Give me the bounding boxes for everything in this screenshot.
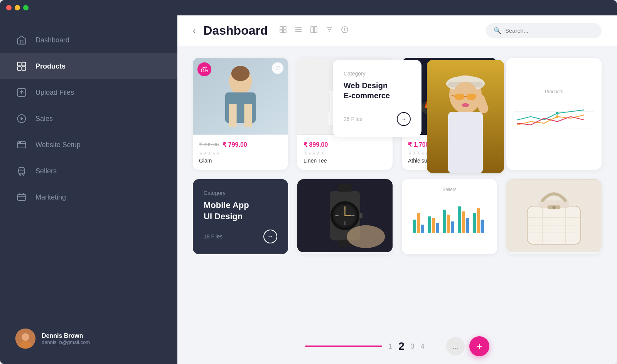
category-card-header: Category Web DesignE-commerce — [344, 70, 411, 101]
svg-point-69 — [347, 225, 385, 248]
arrow-button[interactable]: → — [263, 230, 277, 243]
svg-rect-80 — [462, 211, 465, 233]
filter-icon[interactable] — [325, 26, 333, 35]
svg-rect-25 — [314, 27, 317, 33]
price-old: ₹ 899.00 — [199, 142, 219, 148]
nav-items: Dashboard Products — [0, 23, 177, 321]
close-button[interactable] — [6, 5, 12, 10]
svg-rect-39 — [320, 92, 330, 112]
page-1[interactable]: 1 — [388, 342, 392, 351]
svg-rect-32 — [229, 104, 237, 127]
plus-icon: + — [476, 340, 482, 352]
category-label: Category — [344, 70, 411, 77]
svg-rect-19 — [280, 30, 283, 33]
sidebar-item-label: Website Setup — [35, 141, 81, 149]
products-icon — [15, 60, 28, 72]
sidebar-item-label: Dashboard — [35, 36, 69, 44]
svg-point-10 — [20, 142, 21, 143]
page-3[interactable]: 3 — [411, 342, 415, 351]
svg-rect-74 — [432, 218, 435, 233]
svg-point-108 — [462, 103, 469, 107]
sidebar-item-upload-files[interactable]: Upload Files — [0, 79, 177, 106]
sidebar: Dashboard Products — [0, 15, 177, 364]
pagination: 1 2 3 4 ... + — [177, 329, 617, 364]
sidebar-item-label: Marketing — [35, 193, 66, 201]
products-chart-card: Products — [506, 58, 602, 170]
sellers-chart — [410, 197, 489, 241]
arrow-button[interactable]: → — [397, 112, 411, 126]
search-icon: 🔍 — [494, 27, 501, 34]
search-input[interactable] — [505, 27, 594, 34]
svg-rect-24 — [311, 27, 314, 33]
product-card-glam[interactable]: OFF 11% ♡ ₹ 899.00 ₹ 799.00 ★★★★★ Glam — [193, 58, 288, 170]
sidebar-item-marketing[interactable]: Marketing — [0, 184, 177, 210]
svg-rect-20 — [283, 30, 286, 33]
upload-icon — [15, 86, 28, 99]
svg-point-12 — [23, 174, 24, 176]
row-2: Category Mobile AppUI Design 18 Files → — [193, 179, 602, 254]
avatar — [15, 329, 35, 349]
svg-rect-103 — [455, 94, 464, 100]
sellers-chart-card: Sellers — [402, 179, 497, 254]
sellers-chart-title: Sellers — [410, 187, 489, 192]
add-button[interactable]: + — [469, 336, 489, 356]
more-button[interactable]: ... — [446, 337, 465, 356]
category-card-header: Category Mobile AppUI Design — [204, 190, 277, 222]
product-name: Glam — [199, 158, 282, 164]
back-button[interactable]: ‹ — [193, 26, 196, 36]
user-section: Dennis Brown dennis_b@gmail.com — [0, 321, 177, 356]
maximize-button[interactable] — [23, 5, 29, 10]
page-title: Dashboard — [203, 23, 268, 38]
search-bar[interactable]: 🔍 — [486, 23, 602, 38]
favorite-button[interactable]: ♡ — [272, 62, 283, 74]
minimize-button[interactable] — [15, 5, 20, 10]
watch-image — [297, 179, 393, 252]
svg-rect-0 — [18, 62, 21, 66]
svg-rect-3 — [22, 67, 25, 70]
sidebar-item-sellers[interactable]: Sellers — [0, 158, 177, 184]
grid-view-icon[interactable] — [279, 26, 287, 35]
sidebar-item-label: Products — [35, 62, 66, 70]
star-rating: ★★★★★ — [303, 151, 386, 156]
products-chart — [514, 99, 594, 139]
pagination-progress-bar — [305, 346, 382, 347]
discount-badge: OFF 11% — [197, 62, 211, 76]
watch-photo-card — [297, 179, 393, 254]
page-4[interactable]: 4 — [421, 342, 425, 351]
price-new: ₹ 799.00 — [223, 141, 247, 148]
category-card-web-design[interactable]: Category Web DesignE-commerce 26 Files → — [333, 60, 421, 137]
sidebar-item-website-setup[interactable]: Website Setup — [0, 132, 177, 158]
svg-rect-109 — [448, 112, 483, 173]
svg-point-96 — [553, 206, 556, 209]
columns-view-icon[interactable] — [310, 26, 318, 35]
bag-image — [506, 179, 602, 252]
svg-marker-6 — [21, 117, 24, 120]
list-view-icon[interactable] — [295, 26, 302, 35]
user-info: Dennis Brown dennis_b@gmail.com — [42, 332, 90, 345]
title-bar — [0, 0, 617, 15]
svg-rect-70 — [413, 220, 416, 233]
sidebar-item-sales[interactable]: Sales — [0, 106, 177, 132]
sidebar-item-label: Sellers — [35, 167, 57, 175]
category-footer: 18 Files → — [204, 230, 277, 243]
svg-rect-75 — [436, 223, 439, 233]
sellers-icon — [15, 165, 28, 177]
home-icon — [15, 34, 28, 46]
category-footer: 26 Files → — [344, 112, 411, 126]
svg-rect-79 — [458, 206, 461, 233]
info-icon[interactable] — [341, 26, 349, 35]
svg-rect-2 — [18, 67, 21, 70]
page-2[interactable]: 2 — [398, 340, 405, 352]
sidebar-item-products[interactable]: Products — [0, 53, 177, 79]
svg-rect-81 — [466, 218, 469, 233]
header: ‹ Dashboard — [177, 15, 617, 46]
svg-rect-104 — [467, 94, 476, 100]
pagination-actions: ... + — [446, 336, 489, 356]
svg-rect-84 — [481, 220, 484, 233]
category-card-mobile-app[interactable]: Category Mobile AppUI Design 18 Files → — [193, 179, 288, 254]
sidebar-item-dashboard[interactable]: Dashboard — [0, 27, 177, 53]
svg-point-15 — [22, 333, 29, 341]
svg-rect-72 — [421, 225, 424, 233]
category-name: Web DesignE-commerce — [344, 81, 411, 101]
sales-icon — [15, 112, 28, 125]
